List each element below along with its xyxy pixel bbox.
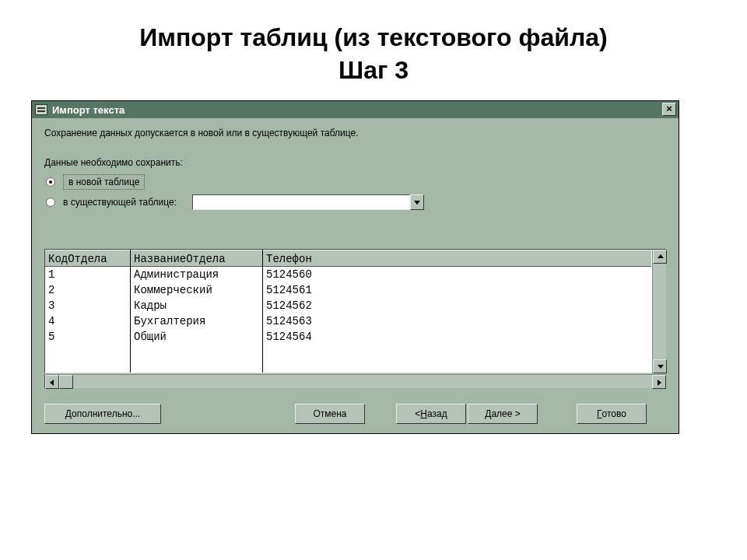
close-button[interactable]: ×	[662, 103, 676, 116]
slide-title: Импорт таблиц (из текстового файла) Шаг …	[31, 22, 716, 86]
finish-button[interactable]: Готово	[577, 404, 647, 424]
cell: Кадры	[131, 298, 262, 313]
scroll-right-icon[interactable]	[652, 375, 666, 389]
data-preview-grid: КодОтдела 1 2 3 4 5 НазваниеОтдела Админ…	[44, 249, 666, 373]
cell: Бухгалтерия	[131, 313, 262, 329]
title-line-1: Импорт таблиц (из текстового файла)	[139, 23, 607, 51]
window-title: Импорт текста	[52, 104, 124, 116]
preview-col-3: Телефон 5124560 5124561 5124562 5124563 …	[263, 250, 651, 373]
horizontal-scrollbar[interactable]	[44, 374, 666, 388]
radio-existing-table[interactable]	[46, 198, 55, 207]
cell: Общий	[131, 329, 262, 345]
cell: 3	[45, 298, 130, 313]
radio-existing-table-row[interactable]: в существующей таблице:	[46, 194, 666, 210]
radio-new-table-row[interactable]: в новой таблице	[46, 174, 666, 190]
cell: 5124564	[263, 329, 651, 345]
cell: 5124561	[263, 282, 651, 298]
scroll-track[interactable]	[73, 375, 652, 388]
scroll-thumb[interactable]	[59, 375, 73, 389]
scroll-up-icon[interactable]	[653, 250, 667, 264]
radio-existing-table-label: в существующей таблице:	[63, 197, 177, 208]
scroll-down-icon[interactable]	[653, 359, 667, 373]
dropdown-icon[interactable]	[410, 194, 424, 210]
back-button[interactable]: < Назад	[396, 404, 466, 424]
cancel-button[interactable]: Отмена	[295, 404, 365, 424]
cell: 5	[45, 329, 130, 345]
cell: 5124563	[263, 313, 651, 329]
cell: 1	[45, 267, 130, 282]
radio-new-table[interactable]	[46, 177, 55, 187]
column-header[interactable]: Телефон	[263, 250, 651, 267]
cell: 2	[45, 282, 130, 298]
advanced-button[interactable]: Дополнительно...	[44, 404, 161, 424]
cell: 5124562	[263, 298, 651, 313]
cell: Администрация	[131, 267, 262, 282]
column-header[interactable]: КодОтдела	[45, 250, 130, 267]
radio-new-table-label: в новой таблице	[63, 174, 145, 190]
vertical-scrollbar[interactable]	[652, 249, 666, 373]
column-header[interactable]: НазваниеОтдела	[131, 250, 262, 267]
preview-col-2: НазваниеОтдела Администрация Коммерчески…	[131, 250, 263, 373]
scroll-left-icon[interactable]	[45, 375, 59, 389]
existing-table-field[interactable]	[192, 194, 410, 210]
existing-table-combo[interactable]	[192, 194, 424, 210]
title-line-2: Шаг 3	[338, 56, 409, 84]
preview-col-1: КодОтдела 1 2 3 4 5	[45, 250, 131, 373]
cell: 4	[45, 313, 130, 329]
wizard-button-row: Дополнительно... Отмена < Назад Далее > …	[44, 404, 666, 424]
next-button[interactable]: Далее >	[468, 404, 538, 424]
preview-area: КодОтдела 1 2 3 4 5 НазваниеОтдела Админ…	[44, 249, 666, 388]
save-subhead: Данные необходимо сохранить:	[44, 157, 666, 168]
instruction-text: Сохранение данных допускается в новой ил…	[44, 128, 666, 138]
wizard-window: Импорт текста × Сохранение данных допуск…	[31, 100, 679, 434]
cell: Коммерческий	[131, 282, 262, 298]
cell: 5124560	[263, 267, 651, 282]
titlebar: Импорт текста ×	[32, 101, 679, 118]
client-area: Сохранение данных допускается в новой ил…	[32, 118, 679, 433]
window-icon	[35, 104, 47, 115]
